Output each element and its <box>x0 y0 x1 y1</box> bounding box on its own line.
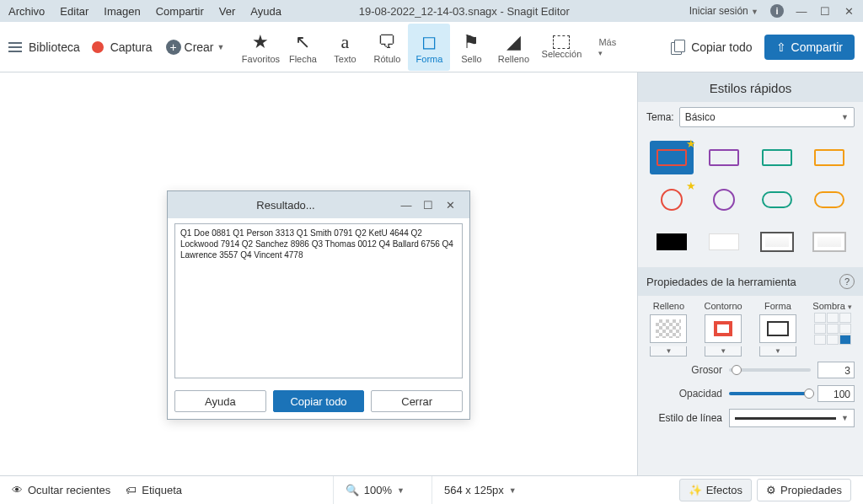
library-button[interactable]: Biblioteca <box>29 40 80 54</box>
tool-seleccion[interactable]: Selección <box>534 24 588 71</box>
selection-icon <box>553 35 570 49</box>
speech-icon: 🗨 <box>378 30 396 54</box>
stamp-icon: ⚑ <box>463 30 480 54</box>
tool-flecha[interactable]: ↖Flecha <box>281 24 324 71</box>
properties-tab[interactable]: ⚙ Propiedades <box>757 479 851 501</box>
line-style-label: Estilo de línea <box>646 412 722 424</box>
star-icon: ★ <box>686 137 696 150</box>
checker-icon <box>656 319 681 338</box>
star-icon: ★ <box>252 30 269 54</box>
arrow-icon: ↖ <box>295 30 310 54</box>
style-white-fill[interactable] <box>702 225 746 259</box>
theme-label: Tema: <box>646 111 674 123</box>
prop-relleno[interactable]: Relleno ▼ <box>643 301 694 357</box>
prop-forma[interactable]: Forma ▼ <box>753 301 804 357</box>
tool-properties-header: Propiedades de la herramienta ? <box>638 267 863 296</box>
upload-icon: ⇧ <box>776 40 786 54</box>
style-3d-light[interactable] <box>807 225 851 259</box>
prop-contorno[interactable]: Contorno ▼ <box>698 301 749 357</box>
share-button[interactable]: ⇧ Compartir <box>764 35 855 60</box>
eye-icon: 👁 <box>12 484 23 496</box>
tool-texto[interactable]: aTexto <box>324 24 366 71</box>
toolbar: Biblioteca Captura + Crear ▼ ★Favoritos … <box>0 22 863 72</box>
tool-sello[interactable]: ⚑Sello <box>450 24 492 71</box>
tool-relleno[interactable]: ◢Relleno <box>492 24 534 71</box>
style-orange-rect[interactable] <box>807 141 851 174</box>
thickness-value[interactable]: 3 <box>817 362 855 378</box>
menu-bar: Archivo Editar Imagen Compartir Ver Ayud… <box>0 0 863 22</box>
wand-icon: ✨ <box>689 484 702 496</box>
info-icon[interactable]: i <box>770 4 784 18</box>
create-button[interactable]: + Crear ▼ <box>166 40 225 55</box>
maximize-icon[interactable]: ☐ <box>819 5 831 17</box>
tool-favoritos[interactable]: ★Favoritos <box>239 24 281 71</box>
capture-button[interactable]: Captura <box>110 40 153 54</box>
close-icon[interactable]: ✕ <box>843 5 855 17</box>
dimensions-control[interactable]: 564 x 125px ▼ <box>432 476 528 505</box>
canvas-area[interactable]: Resultado... — ☐ ✕ Q1 Doe 0881 Q1 Person… <box>0 72 637 475</box>
dialog-minimize-icon[interactable]: — <box>395 199 417 212</box>
star-icon: ★ <box>686 180 696 192</box>
theme-select[interactable]: Básico▼ <box>679 107 855 127</box>
copy-all-button[interactable]: Copiar todo <box>671 40 752 55</box>
style-red-rect[interactable]: ★ <box>650 141 694 174</box>
gear-icon: ⚙ <box>766 484 776 496</box>
fill-icon: ◢ <box>507 30 521 54</box>
style-teal-rect[interactable] <box>755 141 799 174</box>
magnifier-icon: 🔍 <box>346 484 359 496</box>
prop-sombra[interactable]: Sombra ▾ <box>807 301 858 357</box>
signin-link[interactable]: Iniciar sesión ▼ <box>689 5 758 17</box>
plus-icon: + <box>166 40 181 55</box>
style-red-circle[interactable]: ★ <box>650 183 694 217</box>
dialog-copy-button[interactable]: Copiar todo <box>273 390 365 412</box>
copy-icon <box>671 40 686 55</box>
styles-grid: ★ ★ <box>638 132 863 267</box>
quick-styles-header: Estilos rápidos <box>638 72 863 102</box>
opacity-slider[interactable]: Opacidad 100 <box>638 382 863 405</box>
menu-editar[interactable]: Editar <box>60 5 88 18</box>
menu-imagen[interactable]: Imagen <box>104 5 140 18</box>
dialog-close-icon[interactable]: ✕ <box>439 199 461 212</box>
style-3d-dark[interactable] <box>755 225 799 259</box>
style-black-fill[interactable] <box>650 225 694 259</box>
more-tools[interactable]: Más▾ <box>598 37 616 57</box>
hide-recent-button[interactable]: 👁 Ocultar recientes <box>12 484 110 496</box>
hamburger-icon[interactable] <box>8 42 22 52</box>
shadow-grid[interactable] <box>814 313 851 345</box>
style-purple-rect[interactable] <box>702 141 746 174</box>
tool-rotulo[interactable]: 🗨Rótulo <box>366 24 408 71</box>
minimize-icon[interactable]: — <box>796 5 807 17</box>
text-icon: a <box>341 30 350 54</box>
effects-tab[interactable]: ✨ Efectos <box>679 479 752 501</box>
menu-archivo[interactable]: Archivo <box>8 5 45 18</box>
window-title: 19-08-2022_12-14-03.snagx - Snagit Edito… <box>255 5 674 18</box>
style-orange-roundrect[interactable] <box>807 183 851 217</box>
dialog-close-button[interactable]: Cerrar <box>371 390 463 412</box>
zoom-control[interactable]: 🔍 100% ▼ <box>333 476 416 505</box>
result-textarea[interactable]: Q1 Doe 0881 Q1 Person 3313 Q1 Smith 0791… <box>174 223 463 378</box>
shape-icon: ◻ <box>421 30 437 54</box>
thickness-slider[interactable]: Grosor 3 <box>638 358 863 382</box>
capture-icon <box>92 41 104 53</box>
style-purple-circle[interactable] <box>702 183 746 217</box>
dialog-maximize-icon[interactable]: ☐ <box>417 199 439 212</box>
dialog-help-button[interactable]: Ayuda <box>174 390 266 412</box>
dialog-title-text: Resultado... <box>176 199 395 212</box>
menu-compartir[interactable]: Compartir <box>156 5 204 18</box>
side-panel: Estilos rápidos Tema: Básico▼ ★ ★ Propie… <box>637 72 863 475</box>
result-dialog: Resultado... — ☐ ✕ Q1 Doe 0881 Q1 Person… <box>167 190 470 420</box>
tag-icon: 🏷 <box>126 484 137 496</box>
line-style-select[interactable]: ▼ <box>729 409 855 427</box>
help-icon[interactable]: ? <box>839 274 855 289</box>
status-bar: 👁 Ocultar recientes 🏷 Etiqueta 🔍 100% ▼ … <box>0 475 863 504</box>
tools-group: ★Favoritos ↖Flecha aTexto 🗨Rótulo ◻Forma… <box>239 24 588 71</box>
menu-ver[interactable]: Ver <box>219 5 236 18</box>
tool-forma[interactable]: ◻Forma <box>408 24 450 71</box>
style-teal-roundrect[interactable] <box>755 183 799 217</box>
tag-button[interactable]: 🏷 Etiqueta <box>126 484 182 496</box>
dialog-titlebar[interactable]: Resultado... — ☐ ✕ <box>168 191 469 218</box>
opacity-value[interactable]: 100 <box>817 385 855 402</box>
